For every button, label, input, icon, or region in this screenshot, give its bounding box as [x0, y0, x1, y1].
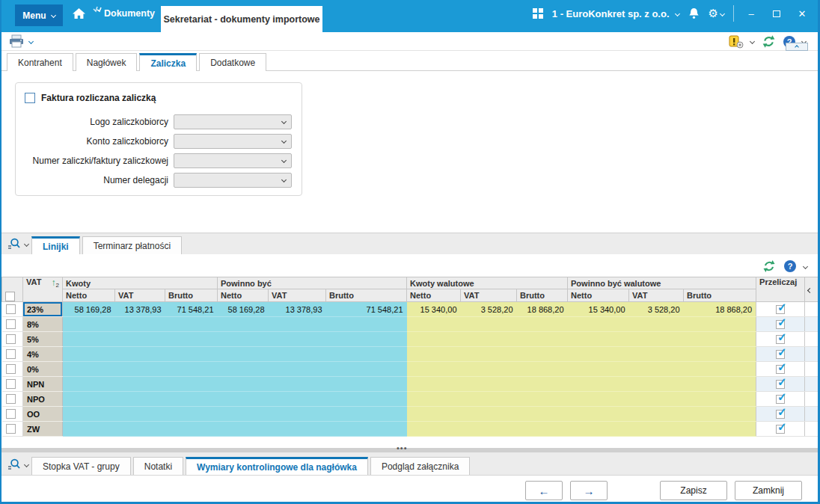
- przeliczaj-checkbox[interactable]: ✓: [776, 425, 785, 434]
- subheader-brutto[interactable]: Brutto: [165, 289, 218, 302]
- przeliczaj-checkbox[interactable]: ✓: [776, 380, 785, 389]
- amount-cell[interactable]: [63, 332, 115, 347]
- konto-zaliczkobiorcy-select[interactable]: [174, 134, 292, 149]
- tab-notatki[interactable]: Notatki: [133, 457, 183, 475]
- row-select-checkbox[interactable]: [6, 304, 16, 314]
- amount-cell[interactable]: [517, 407, 568, 422]
- numer-delegacji-select[interactable]: [174, 173, 292, 188]
- amount-cell[interactable]: [517, 317, 568, 332]
- tab-zaliczka[interactable]: Zaliczka: [139, 53, 197, 71]
- tab-naglowek[interactable]: Nagłówek: [76, 53, 138, 71]
- amount-cell[interactable]: [629, 347, 684, 362]
- subheader-brutto[interactable]: Brutto: [517, 289, 568, 302]
- subheader-vat[interactable]: VAT: [461, 289, 517, 302]
- vat-column-header[interactable]: VAT ↑2: [23, 277, 63, 302]
- przeliczaj-checkbox[interactable]: ✓: [776, 350, 785, 359]
- amount-cell[interactable]: [684, 332, 756, 347]
- tab-podglad-zalacznika[interactable]: Podgląd załącznika: [370, 457, 470, 475]
- przeliczaj-checkbox[interactable]: ✓: [776, 335, 785, 344]
- amount-cell[interactable]: [115, 347, 165, 362]
- amount-cell[interactable]: 71 548,21: [165, 302, 218, 317]
- amount-cell[interactable]: [269, 347, 326, 362]
- amount-cell[interactable]: [461, 362, 517, 377]
- amount-cell[interactable]: [407, 377, 461, 392]
- amount-cell[interactable]: [326, 332, 407, 347]
- bell-icon[interactable]: [688, 7, 700, 19]
- find-panel-icon[interactable]: [7, 238, 21, 250]
- amount-cell[interactable]: 13 378,93: [269, 302, 326, 317]
- print-icon[interactable]: [9, 34, 24, 48]
- logo-zaliczkobiorcy-select[interactable]: [174, 114, 292, 129]
- amount-cell[interactable]: 58 169,28: [218, 302, 269, 317]
- amount-cell[interactable]: [165, 377, 218, 392]
- amount-cell[interactable]: [517, 332, 568, 347]
- gear-icon[interactable]: ⚙: [709, 7, 718, 20]
- vat-rate-cell[interactable]: NPO: [23, 392, 63, 407]
- amount-cell[interactable]: [63, 347, 115, 362]
- amount-cell[interactable]: [165, 362, 218, 377]
- amount-cell[interactable]: [517, 347, 568, 362]
- chevron-down-icon[interactable]: [24, 241, 29, 246]
- row-select-checkbox[interactable]: [6, 379, 16, 389]
- amount-cell[interactable]: [165, 407, 218, 422]
- vat-rate-cell[interactable]: 0%: [23, 362, 63, 377]
- amount-cell[interactable]: [269, 362, 326, 377]
- subheader-netto[interactable]: Netto: [407, 289, 461, 302]
- app-grid-icon[interactable]: [533, 8, 543, 19]
- amount-cell[interactable]: [461, 407, 517, 422]
- amount-cell[interactable]: [63, 392, 115, 407]
- vat-rate-cell[interactable]: 23%: [23, 302, 63, 317]
- amount-cell[interactable]: [115, 392, 165, 407]
- amount-cell[interactable]: [629, 317, 684, 332]
- amount-cell[interactable]: [218, 332, 269, 347]
- amount-cell[interactable]: [326, 407, 407, 422]
- vat-rate-cell[interactable]: NPN: [23, 377, 63, 392]
- amount-cell[interactable]: [326, 317, 407, 332]
- company-selector[interactable]: 1 - EuroKonkret sp. z o.o.: [552, 8, 679, 19]
- amount-cell[interactable]: [63, 377, 115, 392]
- subheader-brutto[interactable]: Brutto: [684, 289, 756, 302]
- group-header-powinno-byc[interactable]: Powinno być: [218, 277, 407, 289]
- amount-cell[interactable]: [407, 332, 461, 347]
- amount-cell[interactable]: [568, 377, 629, 392]
- amount-cell[interactable]: [684, 392, 756, 407]
- amount-cell[interactable]: [568, 317, 629, 332]
- row-select-checkbox[interactable]: [6, 349, 16, 359]
- close-document-button[interactable]: Zamknij: [735, 481, 802, 500]
- amount-cell[interactable]: [684, 362, 756, 377]
- next-document-button[interactable]: →: [570, 481, 608, 500]
- amount-cell[interactable]: [568, 392, 629, 407]
- amount-cell[interactable]: 71 548,21: [326, 302, 407, 317]
- amount-cell[interactable]: [218, 422, 269, 437]
- amount-cell[interactable]: [165, 317, 218, 332]
- subheader-vat[interactable]: VAT: [269, 289, 326, 302]
- amount-cell[interactable]: [326, 392, 407, 407]
- amount-cell[interactable]: [115, 422, 165, 437]
- amount-cell[interactable]: [568, 422, 629, 437]
- subheader-netto[interactable]: Netto: [63, 289, 115, 302]
- amount-cell[interactable]: [63, 317, 115, 332]
- amount-cell[interactable]: [407, 407, 461, 422]
- vat-rate-cell[interactable]: OO: [23, 407, 63, 422]
- amount-cell[interactable]: [517, 422, 568, 437]
- row-select-checkbox[interactable]: [6, 394, 16, 404]
- amount-cell[interactable]: [407, 347, 461, 362]
- amount-cell[interactable]: [461, 317, 517, 332]
- maximize-button[interactable]: [768, 8, 785, 19]
- subheader-netto[interactable]: Netto: [218, 289, 269, 302]
- row-select-checkbox[interactable]: [6, 334, 16, 344]
- amount-cell[interactable]: 13 378,93: [115, 302, 165, 317]
- amount-cell[interactable]: [218, 347, 269, 362]
- amount-cell[interactable]: [269, 377, 326, 392]
- amount-cell[interactable]: [407, 317, 461, 332]
- home-button[interactable]: [73, 8, 85, 19]
- amount-cell[interactable]: [407, 392, 461, 407]
- row-select-checkbox[interactable]: [6, 364, 16, 374]
- amount-cell[interactable]: [115, 362, 165, 377]
- chevron-down-icon[interactable]: [803, 263, 808, 268]
- tab-kontrahent[interactable]: Kontrahent: [7, 53, 73, 71]
- przeliczaj-checkbox[interactable]: ✓: [776, 395, 785, 404]
- amount-cell[interactable]: [461, 422, 517, 437]
- amount-cell[interactable]: [218, 377, 269, 392]
- row-select-checkbox[interactable]: [6, 319, 16, 329]
